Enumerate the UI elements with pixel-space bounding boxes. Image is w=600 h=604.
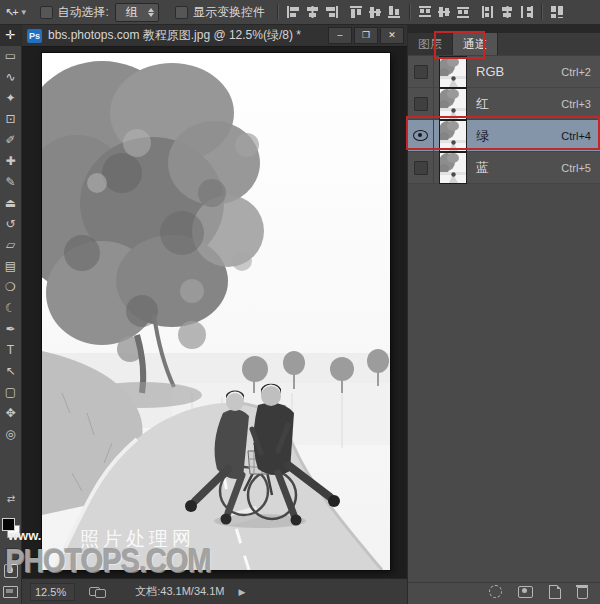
- channel-row-red[interactable]: 红 Ctrl+3: [408, 88, 600, 120]
- channel-shortcut: Ctrl+4: [561, 130, 600, 142]
- dropdown-stepper-icon: [148, 8, 154, 17]
- channel-row-blue[interactable]: 蓝 Ctrl+5: [408, 152, 600, 184]
- show-transform-checkbox[interactable]: [175, 6, 188, 19]
- eraser-tool[interactable]: ▱: [0, 235, 21, 256]
- channel-thumbnail: [439, 88, 467, 120]
- document-tab-bar: Ps bbs.photops.com 教程原图.jpg @ 12.5%(绿/8)…: [22, 25, 407, 47]
- blur-tool[interactable]: ❍: [0, 277, 21, 298]
- panel-gap: [408, 25, 600, 33]
- new-channel-icon[interactable]: [549, 585, 561, 599]
- distribute-right-icon[interactable]: [519, 5, 534, 19]
- file-info-icon[interactable]: [89, 587, 107, 597]
- document-window: Ps bbs.photops.com 教程原图.jpg @ 12.5%(绿/8)…: [22, 25, 407, 604]
- channel-thumbnail: [439, 152, 467, 184]
- distribute-bottom-icon[interactable]: [456, 5, 471, 19]
- swap-colors-icon[interactable]: ⇄: [0, 493, 22, 504]
- separator: [409, 4, 411, 20]
- channel-shortcut: Ctrl+5: [561, 162, 600, 174]
- photoshop-logo-icon: Ps: [27, 29, 42, 43]
- zoom-level-field[interactable]: 12.5%: [30, 583, 75, 601]
- auto-align-layers-icon[interactable]: [550, 5, 565, 19]
- visibility-checkbox: [414, 65, 428, 79]
- auto-select-checkbox[interactable]: [40, 6, 53, 19]
- align-bottom-icon[interactable]: [387, 5, 402, 19]
- visibility-cell[interactable]: [408, 88, 434, 119]
- shape-tool[interactable]: ▢: [0, 382, 21, 403]
- align-vcenter-icon[interactable]: [368, 5, 383, 19]
- document-size-label: 文档:43.1M/34.1M: [135, 584, 224, 599]
- channel-shortcut: Ctrl+3: [561, 98, 600, 110]
- channel-row-green[interactable]: 绿 Ctrl+4: [408, 120, 600, 152]
- window-buttons: – ❐ ✕: [326, 27, 404, 44]
- toolbox: ✛ ▭ ∿ ✦ ⊡ ✐ ✚ ✎ ⏏ ↺ ▱ ▤ ❍ ☾ ✒ T ↖ ▢ ✥ ◎ …: [0, 25, 22, 604]
- channel-name: RGB: [467, 64, 561, 79]
- status-options-arrow-icon[interactable]: ▶: [238, 587, 245, 597]
- quick-selection-tool[interactable]: ✦: [0, 88, 21, 109]
- channel-shortcut: Ctrl+2: [561, 66, 600, 78]
- load-channel-as-selection-icon[interactable]: [489, 585, 502, 598]
- channel-thumbnail: [439, 56, 467, 88]
- panel-tab-bar: 图层 通道: [408, 33, 600, 56]
- path-selection-tool[interactable]: ↖: [0, 361, 21, 382]
- brush-tool[interactable]: ✎: [0, 172, 21, 193]
- show-transform-label: 显示变换控件: [193, 4, 265, 21]
- align-left-icon[interactable]: [286, 5, 301, 19]
- eyedropper-tool[interactable]: ✐: [0, 130, 21, 151]
- distribute-top-icon[interactable]: [418, 5, 433, 19]
- photo-canvas[interactable]: 照片处理网: [42, 53, 390, 570]
- status-bar: 12.5% 文档:43.1M/34.1M ▶: [22, 578, 407, 604]
- clone-stamp-tool[interactable]: ⏏: [0, 193, 21, 214]
- move-tool-icon[interactable]: ↖+: [5, 6, 17, 19]
- color-swatches[interactable]: [2, 518, 20, 538]
- tab-channels[interactable]: 通道: [453, 33, 498, 55]
- history-brush-tool[interactable]: ↺: [0, 214, 21, 235]
- photo-image: 照片处理网: [42, 53, 390, 570]
- channels-panel: 图层 通道 RGB Ctrl+2 红 Ctrl+3 绿 Ctrl+4: [407, 25, 600, 604]
- type-tool[interactable]: T: [0, 340, 21, 361]
- separator: [541, 4, 543, 20]
- photo-watermark-cn: 照片处理网: [80, 528, 195, 549]
- hand-tool[interactable]: ✥: [0, 403, 21, 424]
- photoshop-window: ↖+ ▼ 自动选择: 组 显示变换控件 ✛ ▭ ∿ ✦ ⊡ ✐ ✚: [0, 0, 600, 604]
- delete-channel-icon[interactable]: [577, 587, 588, 599]
- document-title[interactable]: bbs.photops.com 教程原图.jpg @ 12.5%(绿/8) *: [48, 27, 301, 44]
- tool-preset-caret-icon[interactable]: ▼: [20, 8, 28, 17]
- options-bar: ↖+ ▼ 自动选择: 组 显示变换控件: [0, 0, 600, 25]
- visibility-cell[interactable]: [408, 56, 434, 87]
- dodge-tool[interactable]: ☾: [0, 298, 21, 319]
- auto-select-label: 自动选择:: [58, 4, 109, 21]
- quick-mask-button[interactable]: [4, 564, 18, 578]
- eye-icon: [413, 130, 428, 141]
- tab-layers[interactable]: 图层: [408, 33, 453, 55]
- save-selection-as-channel-icon[interactable]: [518, 586, 533, 598]
- healing-brush-tool[interactable]: ✚: [0, 151, 21, 172]
- auto-select-dropdown[interactable]: 组: [115, 3, 159, 22]
- visibility-checkbox: [414, 161, 428, 175]
- distribute-hcenter-icon[interactable]: [500, 5, 515, 19]
- canvas-area[interactable]: 照片处理网: [22, 47, 407, 578]
- zoom-tool[interactable]: ◎: [0, 424, 21, 445]
- panel-bottom-bar: [408, 582, 600, 600]
- align-top-icon[interactable]: [349, 5, 364, 19]
- close-button[interactable]: ✕: [380, 27, 404, 44]
- maximize-button[interactable]: ❐: [354, 27, 378, 44]
- lasso-tool[interactable]: ∿: [0, 67, 21, 88]
- move-tool[interactable]: ✛: [0, 25, 21, 46]
- align-hcenter-icon[interactable]: [305, 5, 320, 19]
- visibility-cell[interactable]: [408, 120, 434, 151]
- foreground-color-swatch[interactable]: [2, 518, 15, 531]
- visibility-cell[interactable]: [408, 152, 434, 183]
- pen-tool[interactable]: ✒: [0, 319, 21, 340]
- crop-tool[interactable]: ⊡: [0, 109, 21, 130]
- distribute-vcenter-icon[interactable]: [437, 5, 452, 19]
- channel-thumbnail: [439, 120, 467, 152]
- screen-mode-button[interactable]: [3, 586, 18, 598]
- align-right-icon[interactable]: [324, 5, 339, 19]
- distribute-left-icon[interactable]: [481, 5, 496, 19]
- minimize-button[interactable]: –: [328, 27, 352, 44]
- visibility-checkbox: [414, 97, 428, 111]
- channel-row-rgb[interactable]: RGB Ctrl+2: [408, 56, 600, 88]
- rectangular-marquee-tool[interactable]: ▭: [0, 46, 21, 67]
- gradient-tool[interactable]: ▤: [0, 256, 21, 277]
- channel-name: 蓝: [467, 159, 561, 177]
